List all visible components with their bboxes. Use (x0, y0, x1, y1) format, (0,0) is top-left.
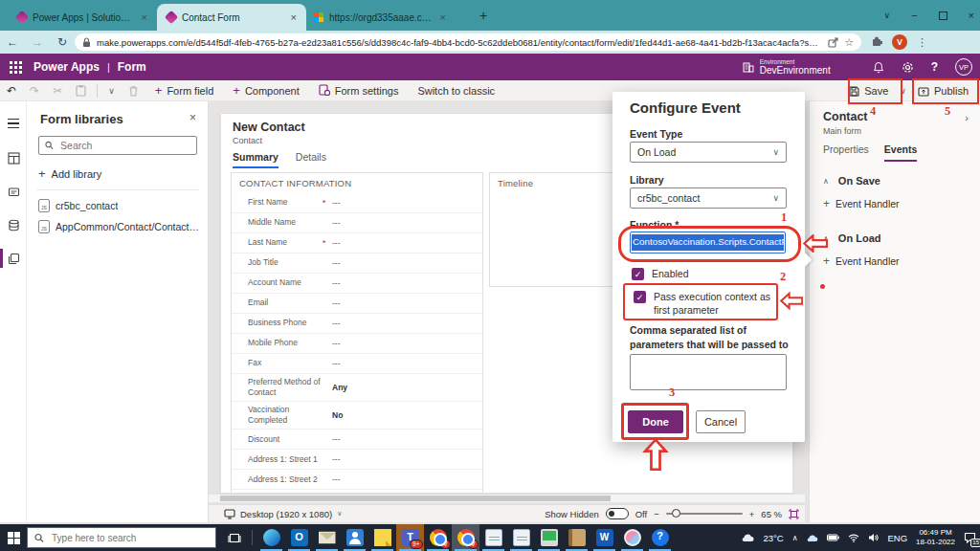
language-label[interactable]: ENG (887, 533, 907, 543)
zoom-out-button[interactable]: − (654, 509, 659, 519)
component-button[interactable]: + Component (233, 83, 299, 98)
taskbar-app-edge[interactable] (257, 524, 285, 551)
cut-icon[interactable]: ✂ (53, 84, 62, 98)
timeline-section[interactable]: Timeline (489, 172, 617, 287)
taskbar-app-chrome[interactable]: V (424, 524, 452, 551)
field-row[interactable]: Address 1: Street 2--- (232, 469, 482, 489)
parameters-textarea[interactable] (630, 354, 787, 390)
contact-information-section[interactable]: CONTACT INFORMATION First Name*---Middle… (231, 172, 483, 494)
form-settings-button[interactable]: Form settings (319, 84, 399, 98)
rail-data-icon[interactable] (0, 210, 27, 239)
browser-tab[interactable]: Power Apps | Solutions - Contac× (8, 4, 157, 31)
add-library-button[interactable]: + Add library (38, 166, 101, 181)
hamburger-menu-icon[interactable] (0, 109, 27, 138)
tab-close-icon[interactable]: × (140, 11, 149, 23)
taskbar-app-book[interactable] (563, 524, 590, 551)
chevron-down-icon[interactable]: ∨ (337, 510, 342, 518)
taskbar-search-input[interactable] (50, 532, 209, 544)
bookmark-star-icon[interactable]: ☆ (844, 37, 854, 48)
panel-tab-events[interactable]: Events (884, 143, 917, 162)
enabled-checkbox[interactable]: ✓ (632, 268, 644, 280)
taskbar-app-notepad[interactable] (479, 524, 507, 551)
tab-search-chevron-icon[interactable]: ∨ (884, 11, 891, 20)
field-row[interactable]: Business Phone--- (232, 313, 482, 333)
taskbar-app-notepad[interactable] (507, 524, 535, 551)
weather-cloud-icon[interactable] (741, 533, 754, 542)
delete-icon[interactable] (128, 85, 139, 97)
reload-button[interactable]: ↻ (50, 35, 75, 49)
collapse-panel-chevron-icon[interactable]: › (965, 112, 969, 123)
clock[interactable]: 06:49 PM 18-01-2022 (916, 528, 955, 548)
field-row[interactable]: Email--- (232, 293, 482, 313)
switch-to-classic-button[interactable]: Switch to classic (417, 85, 495, 97)
taskbar-app-screenshare[interactable] (535, 524, 563, 551)
back-button[interactable]: ← (0, 35, 25, 49)
event-section-header[interactable]: ∧On Load (823, 228, 967, 249)
rail-form-libraries-icon[interactable] (0, 244, 27, 273)
redo-icon[interactable]: ↷ (30, 84, 39, 98)
event-section-header[interactable]: ∧On Save (823, 170, 967, 191)
taskbar-app-mail[interactable] (313, 524, 341, 551)
taskbar-app-word[interactable] (590, 524, 618, 551)
browser-tab[interactable]: Contact Form× (157, 4, 306, 31)
new-tab-button[interactable]: + (475, 8, 492, 25)
share-icon[interactable] (828, 37, 838, 48)
field-row[interactable]: Job Title--- (232, 253, 482, 273)
wifi-icon[interactable] (848, 534, 859, 542)
add-event-handler-button[interactable]: +Event Handler (823, 193, 967, 214)
forward-button[interactable]: → (25, 35, 50, 49)
taskbar-app-teams[interactable]: 9+ (396, 524, 424, 551)
cancel-button[interactable]: Cancel (696, 410, 746, 433)
window-close-button[interactable]: × (969, 10, 974, 21)
notifications-bell-icon[interactable] (873, 61, 884, 74)
taskbar-app-stickynotes[interactable] (368, 524, 396, 551)
taskbar-app-people[interactable] (341, 524, 368, 551)
field-row[interactable]: Preferred Method of ContactAny (232, 373, 482, 401)
window-minimize-button[interactable]: − (911, 10, 917, 21)
field-row[interactable]: Vaccination CompletedNo (232, 401, 482, 429)
temperature-label[interactable]: 23°C (763, 533, 783, 543)
tray-expand-chevron-icon[interactable]: ∧ (792, 534, 798, 542)
horizontal-scrollbar[interactable] (209, 495, 805, 502)
field-row[interactable]: Middle Name--- (232, 212, 482, 232)
field-row[interactable]: Address 1: Street 1--- (232, 449, 482, 469)
onedrive-icon[interactable] (806, 534, 818, 542)
library-search-input[interactable] (58, 139, 190, 152)
taskbar-app-paint[interactable] (618, 524, 646, 551)
address-bar[interactable]: make.powerapps.com/e/d544f5df-4feb-4765-… (75, 33, 861, 51)
volume-icon[interactable] (868, 533, 879, 542)
taskbar-app-chrome[interactable]: V (452, 524, 479, 551)
help-icon[interactable]: ? (931, 60, 938, 74)
fit-to-screen-icon[interactable] (789, 509, 799, 519)
library-search-box[interactable] (38, 136, 197, 155)
field-row[interactable]: First Name*--- (232, 192, 482, 212)
rail-tables-icon[interactable] (0, 143, 27, 172)
waffle-menu-icon[interactable] (10, 61, 22, 74)
form-tab-summary[interactable]: Summary (233, 151, 278, 168)
library-item[interactable]: JSAppCommon/Contact/Contact_... (38, 216, 203, 237)
action-center-icon[interactable]: 15 (964, 532, 976, 543)
browser-menu-icon[interactable]: ⋮ (917, 36, 927, 49)
panel-close-icon[interactable]: × (189, 111, 196, 124)
event-type-dropdown[interactable]: On Load ∨ (630, 142, 787, 163)
library-item[interactable]: JScr5bc_contact (38, 195, 203, 216)
paste-icon[interactable] (76, 84, 86, 97)
user-avatar[interactable]: VP (955, 58, 972, 76)
field-row[interactable]: Mobile Phone--- (232, 333, 482, 353)
taskbar-app-help[interactable] (646, 524, 674, 551)
settings-gear-icon[interactable] (902, 61, 914, 74)
field-row[interactable]: Address 1: Street 3--- (232, 489, 482, 494)
field-row[interactable]: Discount--- (232, 429, 482, 449)
panel-tab-properties[interactable]: Properties (823, 143, 869, 162)
zoom-in-button[interactable]: + (749, 509, 755, 519)
field-row[interactable]: Last Name*--- (232, 232, 482, 253)
browser-profile-avatar[interactable]: V (892, 34, 907, 50)
form-field-button[interactable]: + Form field (155, 83, 214, 98)
battery-icon[interactable] (827, 534, 839, 541)
field-row[interactable]: Fax--- (232, 353, 482, 373)
add-event-handler-button[interactable]: +Event Handler (823, 251, 967, 272)
tab-close-icon[interactable]: × (438, 11, 448, 23)
taskbar-search-box[interactable] (27, 527, 216, 548)
zoom-slider[interactable] (666, 513, 743, 515)
window-maximize-button[interactable] (939, 11, 947, 20)
